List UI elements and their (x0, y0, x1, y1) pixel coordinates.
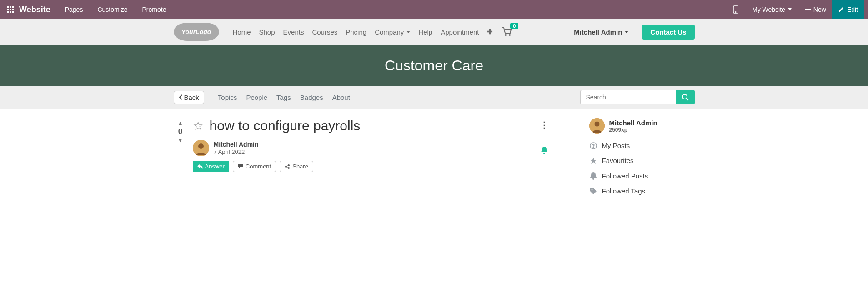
author-name[interactable]: Mitchell Admin (214, 141, 259, 148)
svg-point-26 (594, 122, 599, 127)
svg-rect-7 (10, 11, 11, 13)
nav-home[interactable]: Home (233, 28, 251, 36)
star-icon (589, 157, 597, 164)
favorite-star-icon[interactable]: ☆ (193, 119, 203, 133)
tab-badges[interactable]: Badges (300, 94, 323, 101)
my-website-dropdown[interactable]: My Website (749, 0, 794, 19)
svg-rect-8 (12, 11, 14, 13)
nav-courses[interactable]: Courses (312, 28, 337, 36)
share-icon (285, 164, 290, 169)
vote-down[interactable]: ▼ (178, 137, 183, 143)
nav-appointment[interactable]: Appointment (441, 28, 479, 36)
comment-label: Comment (246, 163, 271, 170)
svg-rect-2 (12, 6, 14, 8)
app-name[interactable]: Website (19, 5, 50, 15)
apps-icon[interactable] (4, 6, 17, 13)
svg-point-14 (509, 34, 511, 36)
share-button[interactable]: Share (280, 161, 313, 172)
side-my-posts[interactable]: My Posts (589, 142, 695, 149)
svg-point-13 (505, 34, 507, 36)
my-website-label: My Website (752, 6, 785, 13)
vote-up[interactable]: ▲ (178, 120, 183, 126)
chevron-left-icon (179, 94, 182, 100)
answer-button[interactable]: Answer (193, 161, 229, 172)
question-title: how to configure payrolls (210, 118, 361, 134)
svg-point-21 (288, 167, 290, 169)
svg-line-16 (687, 99, 688, 100)
side-favourites[interactable]: Favourites (589, 157, 695, 164)
svg-rect-5 (12, 9, 14, 10)
svg-point-15 (682, 94, 687, 99)
back-button[interactable]: Back (174, 91, 204, 104)
new-button[interactable]: New (803, 0, 829, 19)
more-options-icon[interactable]: ⋮ (540, 120, 548, 130)
reply-icon (197, 164, 203, 169)
search-icon (682, 94, 689, 101)
svg-point-28 (593, 147, 594, 148)
svg-rect-1 (10, 6, 11, 8)
bell-icon (589, 172, 597, 180)
hero-title: Customer Care (0, 45, 868, 86)
answer-label: Answer (205, 163, 225, 170)
side-favourites-label: Favourites (602, 157, 634, 164)
top-menu-promote[interactable]: Promote (142, 6, 166, 13)
notifications-bell-icon[interactable] (541, 146, 548, 154)
svg-point-10 (735, 12, 736, 13)
user-name: Mitchell Admin (574, 28, 622, 36)
svg-point-24 (543, 153, 545, 154)
comment-button[interactable]: Comment (233, 161, 276, 172)
question-circle-icon (589, 142, 597, 149)
profile-xp: 2509xp (609, 127, 657, 133)
svg-point-29 (592, 178, 594, 180)
edit-button[interactable]: Edit (832, 0, 864, 19)
nav-add-icon[interactable]: ✚ (487, 28, 493, 36)
post-date: 7 April 2022 (214, 148, 259, 156)
caret-down-icon (788, 8, 792, 11)
site-logo[interactable]: YourLogo (174, 23, 219, 41)
mobile-preview-icon[interactable] (730, 0, 741, 19)
profile-name[interactable]: Mitchell Admin (609, 119, 657, 127)
contact-button[interactable]: Contact Us (642, 25, 694, 40)
search-button[interactable] (676, 90, 695, 104)
svg-line-22 (287, 165, 288, 166)
nav-shop[interactable]: Shop (259, 28, 275, 36)
svg-point-30 (591, 189, 592, 190)
svg-rect-12 (805, 9, 811, 10)
nav-pricing[interactable]: Pricing (346, 28, 366, 36)
top-menu-customize[interactable]: Customize (97, 6, 127, 13)
nav-company[interactable]: Company (375, 28, 410, 36)
back-label: Back (184, 94, 199, 101)
tab-tags[interactable]: Tags (276, 94, 291, 101)
svg-rect-3 (7, 9, 9, 10)
user-dropdown[interactable]: Mitchell Admin (574, 28, 628, 36)
side-followed-tags[interactable]: Followed Tags (589, 187, 695, 195)
nav-help[interactable]: Help (418, 28, 432, 36)
side-followed-posts-label: Followed Posts (602, 172, 648, 180)
share-label: Share (292, 163, 308, 170)
plus-icon (805, 7, 811, 12)
svg-point-20 (288, 164, 290, 166)
author-avatar[interactable] (193, 140, 209, 156)
caret-down-icon (406, 31, 410, 33)
profile-avatar[interactable] (589, 118, 605, 134)
pencil-icon (838, 6, 844, 13)
cart-badge: 0 (510, 23, 518, 29)
cart-icon[interactable]: 0 (502, 27, 512, 36)
tab-about[interactable]: About (332, 94, 350, 101)
comment-icon (238, 164, 243, 169)
tab-people[interactable]: People (246, 94, 267, 101)
side-followed-posts[interactable]: Followed Posts (589, 172, 695, 180)
top-menu-pages[interactable]: Pages (65, 6, 83, 13)
nav-events[interactable]: Events (283, 28, 304, 36)
side-my-posts-label: My Posts (602, 142, 630, 149)
new-label: New (813, 6, 826, 13)
vote-count: 0 (178, 127, 182, 136)
search-input[interactable] (580, 90, 676, 104)
svg-line-23 (287, 167, 288, 168)
svg-rect-4 (10, 9, 11, 10)
caret-down-icon (625, 31, 628, 33)
edit-label: Edit (847, 6, 858, 13)
tab-topics[interactable]: Topics (218, 94, 237, 101)
side-followed-tags-label: Followed Tags (602, 187, 646, 195)
svg-rect-0 (7, 6, 9, 8)
